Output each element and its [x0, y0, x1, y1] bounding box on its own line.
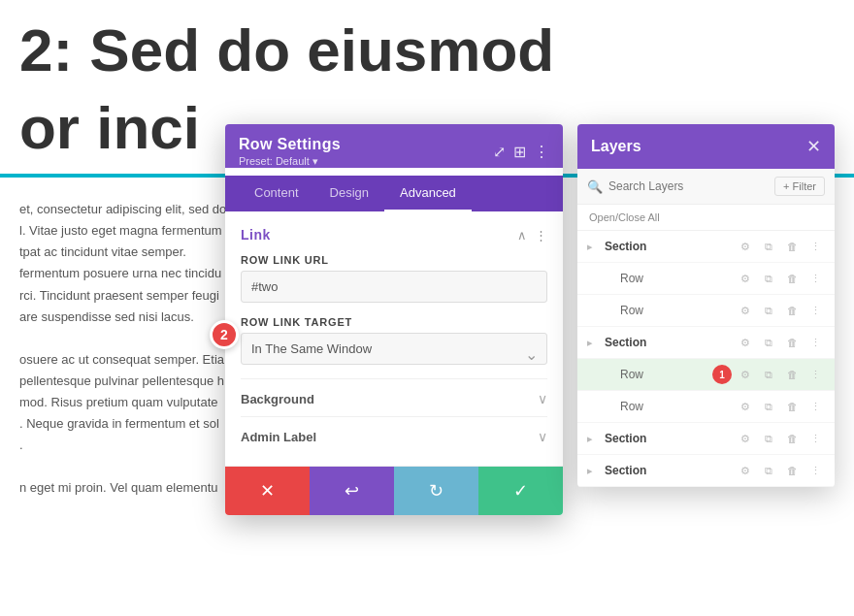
layer-copy-section-1[interactable]: ⧉: [759, 237, 778, 256]
layer-name-section-1: Section: [605, 240, 732, 253]
open-close-all[interactable]: Open/Close All: [577, 205, 835, 231]
layer-icons-row-highlighted: ⚙ ⧉ 🗑 ⋮: [736, 365, 825, 384]
row-settings-preset[interactable]: Preset: Default ▾: [239, 155, 341, 168]
layer-icons-section-1: ⚙ ⧉ 🗑 ⋮: [736, 237, 825, 256]
layer-settings-section-2[interactable]: ⚙: [736, 333, 755, 352]
target-field-label: ROW LINK TARGET: [241, 316, 547, 328]
layer-delete-row-3[interactable]: 🗑: [782, 397, 802, 416]
layer-icons-row-1: ⚙ ⧉ 🗑 ⋮: [736, 269, 825, 288]
layer-row-row-3: Row ⚙ ⧉ 🗑 ⋮: [577, 391, 835, 423]
step-badge-1: 1: [712, 365, 732, 384]
layer-more-section-3[interactable]: ⋮: [805, 429, 825, 448]
row-settings-header-icons: ⤢ ⊞ ⋮: [493, 143, 549, 161]
layer-row-row-1: Row ⚙ ⧉ 🗑 ⋮: [577, 263, 835, 295]
layers-search-input[interactable]: [608, 179, 769, 193]
row-settings-footer: ✕ ↩ ↻ ✓: [225, 466, 563, 515]
row-settings-tabs: Content Design Advanced: [225, 176, 563, 211]
layer-copy-row-3[interactable]: ⧉: [759, 397, 778, 416]
link-section-title: Link: [241, 227, 271, 243]
columns-icon[interactable]: ⊞: [513, 143, 526, 161]
layer-settings-row-3[interactable]: ⚙: [736, 397, 755, 416]
layer-more-row-1[interactable]: ⋮: [805, 269, 825, 288]
layer-delete-section-4[interactable]: 🗑: [782, 461, 802, 480]
layer-delete-section-2[interactable]: 🗑: [782, 333, 802, 352]
row-settings-panel: Row Settings Preset: Default ▾ ⤢ ⊞ ⋮ Con…: [225, 124, 563, 515]
more-options-icon[interactable]: ⋮: [534, 143, 549, 161]
background-chevron: ∨: [538, 391, 547, 406]
page-heading: 2: Sed do eiusmod: [0, 0, 854, 93]
layer-icons-row-3: ⚙ ⧉ 🗑 ⋮: [736, 397, 825, 416]
layer-icons-section-2: ⚙ ⧉ 🗑 ⋮: [736, 333, 825, 352]
layer-settings-section-3[interactable]: ⚙: [736, 429, 755, 448]
layer-delete-section-1[interactable]: 🗑: [782, 237, 802, 256]
layer-row-section-4: ▸ Section ⚙ ⧉ 🗑 ⋮: [577, 455, 835, 487]
layer-row-row-2: Row ⚙ ⧉ 🗑 ⋮: [577, 295, 835, 327]
tab-design[interactable]: Design: [314, 176, 384, 211]
layer-delete-row-highlighted[interactable]: 🗑: [782, 365, 802, 384]
redo-button[interactable]: ↻: [394, 467, 478, 515]
layer-icons-section-3: ⚙ ⧉ 🗑 ⋮: [736, 429, 825, 448]
layer-rows: ▸ Section ⚙ ⧉ 🗑 ⋮ Row ⚙ ⧉ 🗑 ⋮ Row: [577, 231, 835, 487]
layer-more-section-1[interactable]: ⋮: [805, 237, 825, 256]
row-link-url-input[interactable]: [241, 271, 547, 303]
layer-toggle-section-1[interactable]: ▸: [587, 241, 601, 253]
layer-row-section-3: ▸ Section ⚙ ⧉ 🗑 ⋮: [577, 423, 835, 455]
layer-more-section-2[interactable]: ⋮: [805, 333, 825, 352]
search-icon: 🔍: [587, 179, 603, 194]
layer-toggle-section-3[interactable]: ▸: [587, 433, 601, 445]
admin-label-collapsible[interactable]: Admin Label ∨: [241, 416, 547, 454]
tab-advanced[interactable]: Advanced: [384, 176, 472, 211]
save-button[interactable]: ✓: [478, 467, 563, 515]
layer-toggle-section-2[interactable]: ▸: [587, 337, 601, 349]
layer-settings-section-1[interactable]: ⚙: [736, 237, 755, 256]
layer-row-section-1: ▸ Section ⚙ ⧉ 🗑 ⋮: [577, 231, 835, 263]
layer-delete-section-3[interactable]: 🗑: [782, 429, 802, 448]
layer-copy-row-highlighted[interactable]: ⧉: [759, 365, 778, 384]
layer-settings-row-1[interactable]: ⚙: [736, 269, 755, 288]
layer-settings-row-highlighted[interactable]: ⚙: [736, 365, 755, 384]
cancel-button[interactable]: ✕: [225, 467, 310, 515]
layers-header: Layers ✕: [577, 124, 835, 169]
layers-search-bar: 🔍 + Filter: [577, 169, 835, 205]
layer-name-row-2: Row: [612, 304, 732, 317]
tab-content[interactable]: Content: [239, 176, 314, 211]
layer-name-row-highlighted: Row: [612, 368, 708, 381]
link-more-icon[interactable]: ⋮: [535, 228, 547, 243]
target-select-wrap: In The Same Window New Window: [241, 333, 547, 378]
layer-settings-section-4[interactable]: ⚙: [736, 461, 755, 480]
layers-close-button[interactable]: ✕: [806, 136, 821, 157]
layer-copy-row-1[interactable]: ⧉: [759, 269, 778, 288]
layer-name-row-3: Row: [612, 400, 732, 413]
layer-more-row-highlighted[interactable]: ⋮: [805, 365, 825, 384]
layer-more-section-4[interactable]: ⋮: [805, 461, 825, 480]
layer-toggle-section-4[interactable]: ▸: [587, 465, 601, 477]
layer-row-section-2: ▸ Section ⚙ ⧉ 🗑 ⋮: [577, 327, 835, 359]
layer-copy-section-4[interactable]: ⧉: [759, 461, 778, 480]
step-badge-2: 2: [210, 320, 239, 349]
layer-name-section-2: Section: [605, 336, 732, 349]
layer-delete-row-1[interactable]: 🗑: [782, 269, 802, 288]
layer-copy-section-2[interactable]: ⧉: [759, 333, 778, 352]
layer-copy-section-3[interactable]: ⧉: [759, 429, 778, 448]
row-link-target-select[interactable]: In The Same Window New Window: [241, 333, 547, 365]
row-settings-header: Row Settings Preset: Default ▾ ⤢ ⊞ ⋮: [225, 124, 563, 168]
filter-button[interactable]: + Filter: [774, 177, 825, 196]
link-collapse-icon[interactable]: ∧: [517, 228, 527, 243]
layer-copy-row-2[interactable]: ⧉: [759, 301, 778, 320]
layer-settings-row-2[interactable]: ⚙: [736, 301, 755, 320]
background-collapsible[interactable]: Background ∨: [241, 378, 547, 416]
link-section-header: Link ∧ ⋮: [241, 227, 547, 243]
admin-label-label: Admin Label: [241, 430, 316, 444]
layer-more-row-3[interactable]: ⋮: [805, 397, 825, 416]
layer-row-row-highlighted: Row 1 ⚙ ⧉ 🗑 ⋮: [577, 359, 835, 391]
row-settings-title-group: Row Settings Preset: Default ▾: [239, 136, 341, 168]
layers-title: Layers: [591, 138, 641, 155]
expand-icon[interactable]: ⤢: [493, 143, 506, 161]
row-settings-body: Link ∧ ⋮ ROW LINK URL ROW LINK TARGET In…: [225, 211, 563, 466]
layer-icons-row-2: ⚙ ⧉ 🗑 ⋮: [736, 301, 825, 320]
url-field-label: ROW LINK URL: [241, 254, 547, 266]
undo-button[interactable]: ↩: [310, 467, 394, 515]
row-settings-title: Row Settings: [239, 136, 341, 153]
layer-delete-row-2[interactable]: 🗑: [782, 301, 802, 320]
layer-more-row-2[interactable]: ⋮: [805, 301, 825, 320]
